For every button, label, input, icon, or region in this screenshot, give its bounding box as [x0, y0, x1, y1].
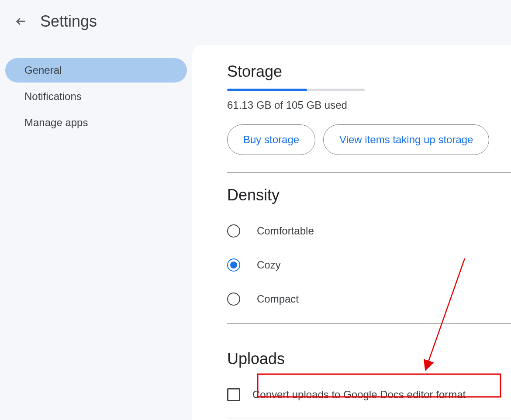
- density-title: Density: [227, 186, 511, 204]
- density-options: Comfortable Cozy Compact: [227, 212, 511, 323]
- density-section: Density Comfortable Cozy Compact: [227, 186, 511, 337]
- divider: [227, 172, 511, 173]
- convert-uploads-label: Convert uploads to Google Docs editor fo…: [252, 389, 466, 401]
- storage-progress-fill: [227, 89, 307, 91]
- sidebar-item-label: Notifications: [24, 90, 82, 102]
- view-storage-items-button[interactable]: View items taking up storage: [323, 124, 489, 155]
- main-content: Storage 61.13 GB of 105 GB used Buy stor…: [192, 45, 511, 420]
- storage-buttons: Buy storage View items taking up storage: [227, 124, 511, 155]
- uploads-section: Uploads Convert uploads to Google Docs e…: [227, 337, 511, 420]
- storage-used-text: 61.13 GB of 105 GB used: [227, 99, 511, 111]
- radio-label: Comfortable: [257, 225, 314, 237]
- sidebar-item-general[interactable]: General: [5, 58, 187, 83]
- radio-icon: [227, 258, 240, 272]
- sidebar-item-label: General: [24, 64, 62, 76]
- density-option-cozy[interactable]: Cozy: [227, 258, 511, 272]
- checkbox-icon: [227, 388, 240, 401]
- density-option-comfortable[interactable]: Comfortable: [227, 224, 511, 238]
- radio-dot-icon: [230, 262, 237, 269]
- uploads-title: Uploads: [227, 350, 511, 368]
- page-title: Settings: [40, 12, 97, 31]
- header: Settings: [0, 0, 511, 43]
- divider: [227, 323, 511, 324]
- back-arrow-icon[interactable]: [15, 15, 27, 28]
- radio-label: Cozy: [257, 259, 281, 271]
- sidebar: General Notifications Manage apps: [0, 43, 192, 420]
- radio-icon: [227, 293, 240, 306]
- sidebar-item-label: Manage apps: [24, 117, 88, 128]
- sidebar-item-notifications[interactable]: Notifications: [5, 84, 187, 109]
- convert-uploads-checkbox-row[interactable]: Convert uploads to Google Docs editor fo…: [227, 376, 511, 419]
- sidebar-item-manage-apps[interactable]: Manage apps: [5, 110, 187, 135]
- buy-storage-button[interactable]: Buy storage: [227, 124, 315, 155]
- radio-label: Compact: [257, 293, 299, 305]
- divider: [227, 419, 511, 419]
- storage-progress-bar: [227, 89, 365, 91]
- storage-title: Storage: [227, 62, 511, 81]
- density-option-compact[interactable]: Compact: [227, 293, 511, 306]
- radio-icon: [227, 224, 240, 238]
- storage-section: Storage 61.13 GB of 105 GB used Buy stor…: [227, 62, 511, 186]
